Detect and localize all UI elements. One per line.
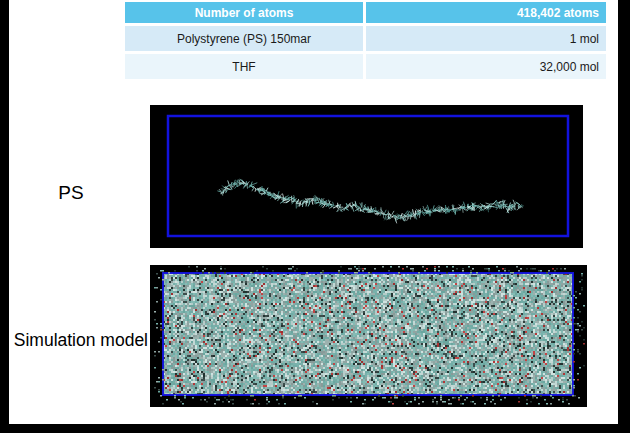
table-header-total-atoms: 418,402 atoms	[366, 2, 606, 23]
ps-polymer-render	[150, 105, 583, 248]
table-cell-amount: 32,000 mol	[366, 54, 606, 79]
simulation-model-figure	[150, 265, 587, 407]
table-row-polystyrene: Polystyrene (PS) 150mar 1 mol	[125, 26, 606, 51]
table-cell-material: THF	[125, 54, 363, 79]
composition-table: Number of atoms 418,402 atoms Polystyren…	[125, 2, 606, 82]
table-header-label: Number of atoms	[125, 2, 363, 23]
ps-label: PS	[9, 182, 133, 204]
table-cell-amount: 1 mol	[366, 26, 606, 51]
table-cell-material: Polystyrene (PS) 150mar	[125, 26, 363, 51]
ps-figure	[150, 105, 583, 248]
table-header-row: Number of atoms 418,402 atoms	[125, 2, 606, 23]
slide-frame: Number of atoms 418,402 atoms Polystyren…	[0, 0, 630, 433]
slide: Number of atoms 418,402 atoms Polystyren…	[9, 0, 618, 424]
simulation-model-render	[150, 265, 587, 407]
table-row-thf: THF 32,000 mol	[125, 54, 606, 79]
simulation-model-label: Simulation model	[9, 330, 148, 351]
